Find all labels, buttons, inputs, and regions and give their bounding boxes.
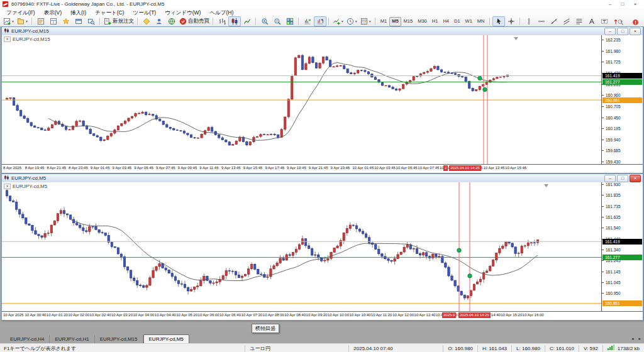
price-axis[interactable]: 161.930161.835161.735161.635161.540161.4… xyxy=(601,182,643,311)
chart-close-button[interactable]: × xyxy=(630,28,641,35)
time-tick: 10 Apr 10:40 xyxy=(349,313,370,317)
chart-tab-h1[interactable]: EURJPY-cd,H1 xyxy=(50,335,94,343)
cursor-button[interactable] xyxy=(492,16,505,26)
timeframe-h4-button[interactable]: H4 xyxy=(440,17,452,26)
bar-chart-button[interactable] xyxy=(216,16,228,26)
status-close: C: 161.010 xyxy=(545,345,579,352)
auto-scroll-button[interactable] xyxy=(301,16,314,26)
chart-minimize-button[interactable]: – xyxy=(604,175,616,182)
timeframe-h1-button[interactable]: H1 xyxy=(430,17,441,26)
candlestick-chart-svg[interactable] xyxy=(2,35,601,164)
chart-restore-button[interactable]: □ xyxy=(617,28,628,35)
menu-item-w[interactable]: ウィンドウ(W) xyxy=(160,9,205,16)
crosshair-icon xyxy=(508,18,515,25)
line-chart-button[interactable] xyxy=(241,16,253,26)
chevron-down-icon: ▼ xyxy=(369,19,372,23)
data-window-icon xyxy=(50,18,57,25)
candlestick-chart-svg[interactable] xyxy=(2,182,601,311)
window-title: 60796940: FXTF-Live - Goldenway Japan Co… xyxy=(11,1,604,7)
timeframe-m1-button[interactable]: M1 xyxy=(378,17,389,26)
trendline-icon xyxy=(550,18,558,25)
timeframe-w1-button[interactable]: W1 xyxy=(463,17,475,26)
market-button[interactable] xyxy=(165,16,178,26)
periods-icon xyxy=(347,18,354,25)
vline-tool-button[interactable] xyxy=(523,16,535,26)
hline-tool-button[interactable] xyxy=(535,16,548,26)
fibonacci-button[interactable] xyxy=(573,16,586,26)
timeframe-m15-button[interactable]: M15 xyxy=(401,17,416,26)
chart-symbol-period-label: EURJPY-cd,M15 xyxy=(13,36,50,42)
time-tick: 9 Apr 15:45 xyxy=(243,166,263,170)
statusbar: F1キーでヘルプが表示されます ユーロ円 2025.04.10 07:40 O:… xyxy=(0,343,644,352)
data-window-button[interactable] xyxy=(47,16,60,26)
timeframe-mn-button[interactable]: MN xyxy=(475,17,487,26)
chart-restore-button[interactable]: □ xyxy=(617,175,628,182)
chart-minimize-button[interactable]: – xyxy=(604,28,616,35)
templates-button[interactable]: ▼ xyxy=(359,16,373,26)
vline-time-badge: 2025.04.10 14:25 xyxy=(458,312,491,318)
one-click-trading-toggle[interactable]: ▼ xyxy=(4,184,11,189)
one-click-trading-toggle[interactable]: ▼ xyxy=(4,36,11,42)
window-maximize-button[interactable]: □ xyxy=(616,0,629,8)
menu-item-h[interactable]: ヘルプ(H) xyxy=(205,9,238,16)
zoom-in-button[interactable] xyxy=(258,16,271,26)
timeframe-m5-button[interactable]: M5 xyxy=(389,17,401,26)
price-axis[interactable]: 162.235161.980161.725161.470161.215160.9… xyxy=(601,35,643,164)
new-chart-button[interactable]: ▼ xyxy=(2,16,16,26)
tab-scroll-left-button[interactable]: ◂ xyxy=(631,336,634,341)
tile-windows-button[interactable] xyxy=(284,16,296,26)
time-tick: 8 Apr 2025 xyxy=(3,166,21,170)
market-watch-button[interactable] xyxy=(35,16,47,26)
community-button[interactable] xyxy=(153,16,165,26)
menu-item-i[interactable]: 挿入(I) xyxy=(66,9,91,16)
chart-shift-button[interactable] xyxy=(314,16,326,26)
new-order-button[interactable]: 新規注文 xyxy=(103,16,135,26)
menu-item-c[interactable]: チャート(C) xyxy=(91,9,128,16)
time-axis[interactable]: 8 Apr 20258 Apr 19:458 Apr 21:458 Apr 23… xyxy=(2,164,643,172)
tab-scroll-right-button[interactable]: ▸ xyxy=(638,336,641,341)
time-tick: 10 Apr 04:00 xyxy=(133,313,154,317)
label-tool-button[interactable] xyxy=(598,16,611,26)
zoom-out-button[interactable] xyxy=(271,16,284,26)
time-tick: 10 Apr 15:45 xyxy=(505,166,526,170)
navigator-button[interactable] xyxy=(60,16,72,26)
chart-tab-m15[interactable]: EURJPY-cd,M15 xyxy=(95,335,143,343)
channel-button[interactable] xyxy=(560,16,573,26)
toolbar-separator xyxy=(255,18,257,25)
timeframe-d1-button[interactable]: D1 xyxy=(452,17,463,26)
chart-tab-m5[interactable]: EURJPY-cd,M5 xyxy=(143,334,189,343)
time-tick: 10 Apr 08:40 xyxy=(284,313,306,317)
time-tick: 10 Apr 04:40 xyxy=(155,313,176,317)
window-minimize-button[interactable]: – xyxy=(604,0,616,8)
chart-tab-h4[interactable]: EURJPY-cd,H4 xyxy=(5,335,50,343)
chart-plot-area[interactable]: ▼EURJPY-cd,M15 xyxy=(2,35,601,164)
menu-item-t[interactable]: ツール(T) xyxy=(128,9,160,16)
timeframe-m30-button[interactable]: M30 xyxy=(415,17,430,26)
alert-button[interactable] xyxy=(629,17,641,27)
autotrade-button[interactable]: 自動売買 xyxy=(178,16,211,26)
menu-item-f[interactable]: ファイル(F) xyxy=(2,9,40,16)
chart-window-titlebar[interactable]: EURJPY-cd,M5–□× xyxy=(2,174,643,183)
crosshair-button[interactable] xyxy=(505,16,518,26)
toolbar-separator xyxy=(328,18,330,25)
trendline-button[interactable] xyxy=(548,16,560,26)
time-axis[interactable]: 10 Apr 202510 Apr 00:4010 Apr 01:2010 Ap… xyxy=(2,311,643,319)
time-tick: 10 Apr 06:00 xyxy=(198,313,219,317)
window-close-button[interactable]: × xyxy=(629,0,641,8)
indicators-button[interactable]: ▼ xyxy=(331,16,345,26)
chart-close-button[interactable]: × xyxy=(630,175,641,182)
terminal-button[interactable] xyxy=(72,16,85,26)
metaeditor-button[interactable] xyxy=(140,16,153,26)
time-tick: 10 Apr 12:00 xyxy=(392,313,414,317)
chart-plot-area[interactable]: ▼EURJPY-cd,M5 xyxy=(2,182,601,311)
text-tool-button[interactable] xyxy=(586,16,598,26)
status-symbol: ユーロ円 xyxy=(245,345,348,352)
chart-window-titlebar[interactable]: EURJPY-cd,M15–□× xyxy=(2,27,643,36)
profiles-button[interactable]: ▼ xyxy=(16,16,30,26)
candle-chart-button[interactable] xyxy=(228,16,241,26)
strategy-tester-button[interactable] xyxy=(85,16,97,26)
menu-item-v[interactable]: 表示(V) xyxy=(40,9,66,16)
periods-button[interactable]: ▼ xyxy=(345,16,359,26)
menubar: ファイル(F)表示(V)挿入(I)チャート(C)ツール(T)ウィンドウ(W)ヘル… xyxy=(0,8,644,17)
search-button[interactable] xyxy=(614,17,626,27)
